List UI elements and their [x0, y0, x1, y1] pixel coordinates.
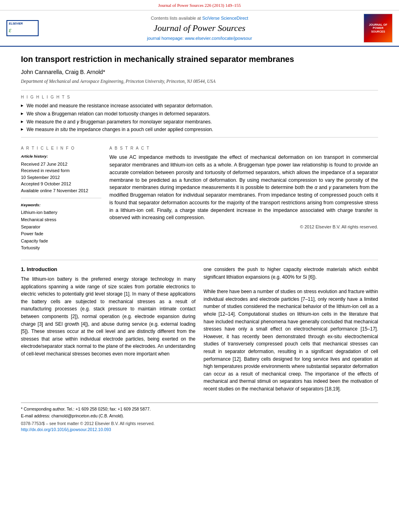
available-date: Available online 7 November 2012: [21, 187, 101, 194]
elsevier-logo-area: ELSEVIER ε: [6, 20, 39, 36]
accepted-date: Accepted 9 October 2012: [21, 181, 101, 187]
section-title-text: Introduction: [27, 266, 57, 272]
highlights-section: H I G H L I G H T S We model and measure…: [21, 94, 378, 133]
doi-link[interactable]: http://dx.doi.org/10.1016/j.jpowsour.201…: [21, 427, 378, 433]
issn-text: 0378-7753/$ – see front matter © 2012 El…: [21, 421, 378, 427]
journal-logo-area: JOURNAL OF POWER SOURCES: [360, 14, 393, 43]
keyword-3: Separator: [21, 224, 101, 231]
introduction-section: 1. Introduction The lithium-ion battery …: [21, 260, 378, 393]
article-footer: * Corresponding author. Tel.: +1 609 258…: [21, 403, 378, 433]
intro-paragraph-3: While there have been a number of studie…: [204, 288, 378, 392]
history-label: Article history:: [21, 154, 101, 159]
article-history-section: Article history: Received 27 June 2012 R…: [21, 154, 101, 194]
journal-citation-banner: Journal of Power Sources 226 (2013) 149–…: [0, 0, 399, 10]
journal-homepage: journal homepage: www.elsevier.com/locat…: [39, 35, 360, 41]
highlight-item: We model and measure the resistance incr…: [21, 103, 378, 109]
divider-1: [21, 90, 378, 90]
intro-paragraph-1: The lithium-ion battery is the preferred…: [21, 275, 195, 358]
highlight-item: We show a Bruggeman relation can model t…: [21, 111, 378, 117]
sciverse-link[interactable]: SciVerse ScienceDirect: [202, 16, 248, 21]
contents-label: Contents lists available at: [151, 16, 201, 21]
divider-2: [21, 137, 378, 138]
footnote-2: E-mail address: charnold@princeton.edu (…: [21, 413, 378, 419]
article-info-label: A R T I C L E I N F O: [21, 146, 101, 151]
journal-citation-text: Journal of Power Sources 226 (2013) 149–…: [158, 3, 241, 8]
abstract-column: A B S T R A C T We use AC impedance meth…: [109, 142, 378, 252]
keyword-5: Capacity fade: [21, 238, 101, 245]
revised-date: Received in revised form: [21, 167, 101, 174]
received-date: Received 27 June 2012: [21, 161, 101, 168]
highlight-item: We measure in situ the impedance changes…: [21, 126, 378, 133]
main-content: Ion transport restriction in mechanicall…: [0, 47, 399, 440]
journal-header-center: Contents lists available at SciVerse Sci…: [39, 15, 360, 42]
keyword-6: Tortuosity: [21, 244, 101, 252]
intro-col-2: one considers the push to higher capacit…: [204, 266, 378, 393]
intro-paragraph-2: one considers the push to higher capacit…: [204, 266, 378, 281]
copyright-line: © 2012 Elsevier B.V. All rights reserved…: [109, 224, 378, 230]
authors: John Cannarella, Craig B. Arnold*: [21, 68, 378, 76]
article-history-table: Received 27 June 2012 Received in revise…: [21, 161, 101, 194]
elsevier-logo: ELSEVIER ε: [6, 20, 39, 36]
introduction-two-col: 1. Introduction The lithium-ion battery …: [21, 266, 378, 393]
highlights-list: We model and measure the resistance incr…: [21, 103, 378, 133]
journal-header: ELSEVIER ε Contents lists available at S…: [0, 10, 399, 47]
affiliation: Department of Mechanical and Aerospace E…: [21, 78, 378, 84]
highlight-item: We measure the α and γ Bruggeman paramet…: [21, 119, 378, 125]
keyword-4: Power fade: [21, 230, 101, 238]
article-title: Ion transport restriction in mechanicall…: [21, 54, 378, 64]
homepage-url[interactable]: www.elsevier.com/locate/jpowsour: [185, 36, 252, 41]
keyword-2: Mechanical stress: [21, 216, 101, 224]
journal-logo: JOURNAL OF POWER SOURCES: [364, 14, 393, 43]
divider-keywords: [21, 198, 101, 198]
keywords-section: Keywords: Lithium-ion battery Mechanical…: [21, 202, 101, 252]
abstract-label: A B S T R A C T: [109, 146, 378, 151]
keyword-1: Lithium-ion battery: [21, 209, 101, 216]
highlights-label: H I G H L I G H T S: [21, 94, 378, 100]
footnote-1: * Corresponding author. Tel.: +1 609 258…: [21, 406, 378, 412]
article-info-abstract-layout: A R T I C L E I N F O Article history: R…: [21, 142, 378, 252]
author-names: John Cannarella, Craig B. Arnold*: [21, 69, 105, 75]
keywords-label: Keywords:: [21, 202, 101, 207]
logo-text: JOURNAL OF POWER SOURCES: [369, 23, 387, 33]
journal-title: Journal of Power Sources: [39, 22, 360, 35]
section-number: 1.: [21, 266, 25, 272]
contents-available-text: Contents lists available at SciVerse Sci…: [39, 15, 360, 21]
intro-section-title: 1. Introduction: [21, 266, 195, 273]
intro-col-1: 1. Introduction The lithium-ion battery …: [21, 266, 195, 393]
revised-date-2: 10 September 2012: [21, 174, 101, 181]
article-info-column: A R T I C L E I N F O Article history: R…: [21, 142, 101, 252]
abstract-text: We use AC impedance methods to investiga…: [109, 154, 378, 222]
